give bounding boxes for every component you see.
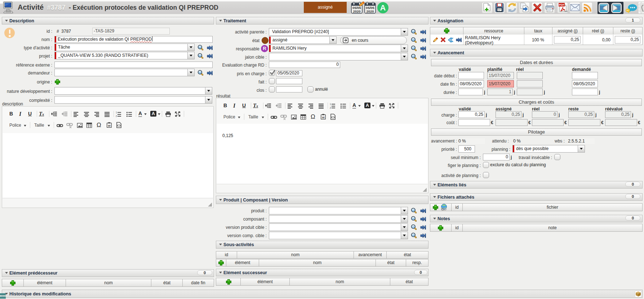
svg-text:2020: 2020 xyxy=(366,9,374,13)
svg-text:2020: 2020 xyxy=(353,9,360,13)
svg-text:PDF: PDF xyxy=(559,3,564,6)
svg-text:Adobe: Adobe xyxy=(564,10,568,12)
